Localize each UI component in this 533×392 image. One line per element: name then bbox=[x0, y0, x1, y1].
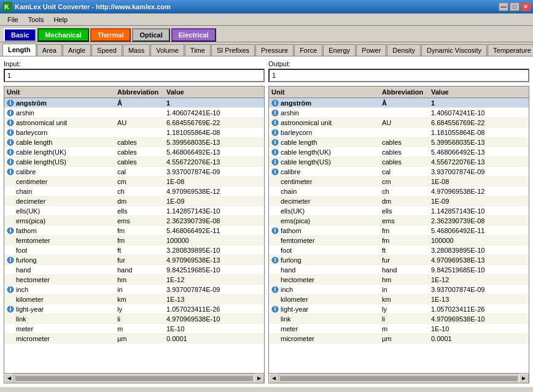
table-row[interactable]: icable lengthcables5.399568035E-13 bbox=[269, 137, 529, 147]
table-row[interactable]: icable length(US)cables4.556722076E-13 bbox=[4, 157, 264, 167]
table-row[interactable]: chainch4.970969538E-12 bbox=[4, 186, 264, 196]
table-row[interactable]: ilight-yearly1.057023411E-26 bbox=[269, 304, 529, 314]
unit-info-icon[interactable]: i bbox=[7, 99, 14, 107]
sub-tab-force[interactable]: Force bbox=[294, 44, 322, 56]
table-row[interactable]: meterm1E-10 bbox=[4, 324, 264, 334]
left-h-scrollbar[interactable]: ◀ ▶ bbox=[4, 373, 264, 383]
table-row[interactable]: iarshin1.406074241E-10 bbox=[4, 108, 264, 118]
table-row[interactable]: meterm1E-10 bbox=[269, 324, 529, 334]
table-row[interactable]: iinchin3.937007874E-09 bbox=[269, 285, 529, 294]
output-field[interactable] bbox=[268, 69, 529, 82]
right-scroll-track[interactable] bbox=[280, 376, 518, 381]
table-row[interactable]: iastronomical unitAU6.684556769E-22 bbox=[269, 118, 529, 128]
table-row[interactable]: footft3.280839895E-10 bbox=[4, 245, 264, 255]
window-controls[interactable]: — □ ✕ bbox=[499, 2, 531, 11]
input-field[interactable] bbox=[4, 69, 265, 82]
unit-info-icon[interactable]: i bbox=[271, 168, 279, 175]
unit-info-icon[interactable]: i bbox=[7, 109, 14, 117]
unit-info-icon[interactable]: i bbox=[271, 139, 279, 146]
sub-tab-density[interactable]: Density bbox=[387, 44, 421, 56]
sub-tab-length[interactable]: Length bbox=[2, 44, 36, 56]
cat-tab-thermal[interactable]: Thermal bbox=[90, 28, 131, 42]
table-row[interactable]: centimetercm1E-08 bbox=[4, 177, 264, 186]
sub-tab-dynamicviscosity[interactable]: Dynamic Viscosity bbox=[421, 44, 487, 56]
sub-tab-pressure[interactable]: Pressure bbox=[255, 44, 294, 56]
table-row[interactable]: linkli4.970969538E-10 bbox=[4, 314, 264, 324]
table-row[interactable]: icalibrecal3.937007874E-09 bbox=[269, 167, 529, 177]
table-row[interactable]: icable length(UK)cables5.468066492E-13 bbox=[269, 147, 529, 157]
unit-info-icon[interactable]: i bbox=[7, 139, 14, 146]
table-row[interactable]: ifathomfm5.468066492E-11 bbox=[4, 226, 264, 236]
table-row[interactable]: ells(UK)ells1.142857143E-10 bbox=[4, 206, 264, 216]
sub-tab-power[interactable]: Power bbox=[356, 44, 386, 56]
table-row[interactable]: handhand9.842519685E-10 bbox=[269, 265, 529, 275]
maximize-button[interactable]: □ bbox=[510, 2, 519, 11]
table-row[interactable]: iangströmÅ1 bbox=[4, 98, 264, 108]
left-table-body[interactable]: iangströmÅ1iarshin1.406074241E-10iastron… bbox=[4, 98, 264, 373]
table-row[interactable]: icable length(UK)cables5.468066492E-13 bbox=[4, 147, 264, 157]
table-row[interactable]: decimeterdm1E-09 bbox=[4, 196, 264, 206]
unit-info-icon[interactable]: i bbox=[7, 119, 14, 126]
unit-info-icon[interactable]: i bbox=[7, 286, 14, 293]
sub-tab-temperature[interactable]: Temperature bbox=[488, 44, 533, 56]
left-scroll-left[interactable]: ◀ bbox=[4, 374, 14, 383]
table-row[interactable]: iastronomical unitAU6.684556769E-22 bbox=[4, 118, 264, 128]
sub-tab-energy[interactable]: Energy bbox=[323, 44, 356, 56]
menu-help[interactable]: Help bbox=[49, 15, 72, 25]
cat-tab-electrical[interactable]: Electrical bbox=[171, 28, 216, 42]
table-row[interactable]: chainch4.970969538E-12 bbox=[269, 186, 529, 196]
table-row[interactable]: micrometerµm0.0001 bbox=[269, 334, 529, 344]
table-row[interactable]: kilometerkm1E-13 bbox=[269, 294, 529, 304]
table-row[interactable]: hectometerhm1E-12 bbox=[4, 275, 264, 285]
table-row[interactable]: iangströmÅ1 bbox=[269, 98, 529, 108]
table-row[interactable]: ifurlongfur4.970969538E-13 bbox=[4, 255, 264, 265]
table-row[interactable]: centimetercm1E-08 bbox=[269, 177, 529, 186]
left-scroll-track[interactable] bbox=[15, 376, 253, 381]
right-table-body[interactable]: iangströmÅ1iarshin1.406074241E-10iastron… bbox=[269, 98, 529, 373]
close-button[interactable]: ✕ bbox=[521, 2, 531, 11]
sub-tab-volume[interactable]: Volume bbox=[150, 44, 184, 56]
table-row[interactable]: micrometerµm0.0001 bbox=[4, 334, 264, 344]
sub-tab-siprefixes[interactable]: SI Prefixes bbox=[211, 44, 255, 56]
unit-info-icon[interactable]: i bbox=[271, 148, 279, 156]
unit-info-icon[interactable]: i bbox=[271, 99, 279, 107]
table-row[interactable]: iarshin1.406074241E-10 bbox=[269, 108, 529, 118]
unit-info-icon[interactable]: i bbox=[271, 256, 279, 264]
right-scroll-left[interactable]: ◀ bbox=[269, 374, 279, 383]
unit-info-icon[interactable]: i bbox=[7, 129, 14, 136]
table-row[interactable]: hectometerhm1E-12 bbox=[269, 275, 529, 285]
table-row[interactable]: icable length(US)cables4.556722076E-13 bbox=[269, 157, 529, 167]
right-scroll-right[interactable]: ▶ bbox=[519, 374, 529, 383]
unit-info-icon[interactable]: i bbox=[271, 227, 279, 234]
table-row[interactable]: ems(pica)ems2.362390739E-08 bbox=[269, 216, 529, 226]
unit-info-icon[interactable]: i bbox=[271, 286, 279, 293]
table-row[interactable]: ems(pica)ems2.362390739E-08 bbox=[4, 216, 264, 226]
minimize-button[interactable]: — bbox=[499, 2, 508, 11]
menu-tools[interactable]: Tools bbox=[23, 15, 49, 25]
cat-tab-mechanical[interactable]: Mechanical bbox=[37, 28, 88, 42]
table-row[interactable]: ifathomfm5.468066492E-11 bbox=[269, 226, 529, 236]
unit-info-icon[interactable]: i bbox=[7, 227, 14, 234]
left-scroll-right[interactable]: ▶ bbox=[254, 374, 264, 383]
cat-tab-optical[interactable]: Optical bbox=[132, 28, 169, 42]
unit-info-icon[interactable]: i bbox=[271, 109, 279, 117]
table-row[interactable]: handhand9.842519685E-10 bbox=[4, 265, 264, 275]
table-row[interactable]: femtometerfm100000 bbox=[269, 236, 529, 245]
unit-info-icon[interactable]: i bbox=[7, 306, 14, 313]
table-row[interactable]: linkli4.970969538E-10 bbox=[269, 314, 529, 324]
unit-info-icon[interactable]: i bbox=[271, 129, 279, 136]
cat-tab-basic[interactable]: Basic bbox=[4, 28, 36, 42]
table-row[interactable]: femtometerfm100000 bbox=[4, 236, 264, 245]
table-row[interactable]: ilight-yearly1.057023411E-26 bbox=[4, 304, 264, 314]
table-row[interactable]: icable lengthcables5.399568035E-13 bbox=[4, 137, 264, 147]
unit-info-icon[interactable]: i bbox=[271, 306, 279, 313]
table-row[interactable]: footft3.280839895E-10 bbox=[269, 245, 529, 255]
unit-info-icon[interactable]: i bbox=[7, 158, 14, 166]
menu-file[interactable]: File bbox=[2, 15, 23, 25]
right-h-scrollbar[interactable]: ◀ ▶ bbox=[269, 373, 529, 383]
unit-info-icon[interactable]: i bbox=[7, 168, 14, 175]
table-row[interactable]: decimeterdm1E-09 bbox=[269, 196, 529, 206]
unit-info-icon[interactable]: i bbox=[271, 158, 279, 166]
table-row[interactable]: ibarleycorn1.181055864E-08 bbox=[4, 128, 264, 137]
sub-tab-area[interactable]: Area bbox=[37, 44, 62, 56]
